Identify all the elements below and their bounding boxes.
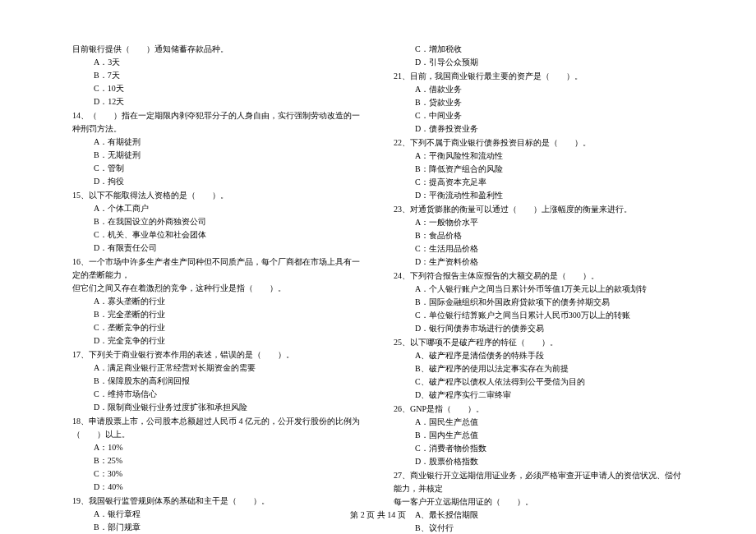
option: B：25% — [94, 454, 362, 467]
question-16: 16、一个市场中许多生产者生产同种但不同质产品，每个厂商都在市场上具有一定的垄断… — [72, 255, 362, 348]
option: C．管制 — [94, 162, 362, 175]
question-text: 19、我国银行监管规则体系的基础和主干是（ ）。 — [72, 495, 362, 508]
page-footer: 第 2 页 共 14 页 — [0, 509, 756, 522]
question-text: 17、下列关于商业银行资本作用的表述，错误的是（ ）。 — [72, 348, 362, 361]
option: C．机关、事业单位和社会团体 — [94, 228, 362, 242]
option: C．中间业务 — [415, 109, 684, 122]
option: B：食品价格 — [415, 229, 684, 242]
option: C．单位银行结算账户之间当日累计人民币300万以上的转账 — [415, 309, 684, 322]
option: D．引导公众预期 — [415, 56, 684, 69]
option: C：30% — [94, 467, 362, 481]
question-17: 17、下列关于商业银行资本作用的表述，错误的是（ ）。 A．满足商业银行正常经营… — [72, 348, 362, 414]
option: C：提高资本充足率 — [415, 176, 684, 189]
question-text: 27、商业银行开立远期信用证业务，必须严格审查开证申请人的资信状况、偿付能力，并… — [394, 469, 684, 495]
question-24: 24、下列符合报告主体应报告的大额交易的是（ ）。 A．个人银行账户之间当日累计… — [394, 269, 684, 335]
option: C．10天 — [94, 82, 362, 95]
option: A．3天 — [94, 56, 362, 69]
question-text: 25、以下哪项不是破产程序的特征（ ）。 — [394, 336, 684, 349]
question-15: 15、以下不能取得法人资格的是（ ）。 A．个体工商户 B．在我国设立的外商独资… — [72, 189, 362, 255]
question-text: 16、一个市场中许多生产者生产同种但不同质产品，每个厂商都在市场上具有一定的垄断… — [72, 255, 362, 282]
option: B．保障股东的高利润回报 — [94, 375, 362, 388]
option: D．限制商业银行业务过度扩张和承担风险 — [94, 401, 362, 414]
option: C、破产程序以债权人依法得到公平受偿为目的 — [415, 375, 684, 389]
option: D．银行间债券市场进行的债券交易 — [415, 322, 684, 335]
question-21: 21、目前，我国商业银行最主要的资产是（ ）。 A．借款业务 B．贷款业务 C．… — [394, 70, 684, 136]
option: D．股票价格指数 — [415, 455, 684, 468]
question-22: 22、下列不属于商业银行债券投资目标的是（ ）。 A：平衡风险性和流动性 B：降… — [394, 136, 684, 202]
question-27: 27、商业银行开立远期信用证业务，必须严格审查开证申请人的资信状况、偿付能力，并… — [394, 469, 684, 534]
option: D．完全竞争的行业 — [94, 334, 362, 348]
option: B．国际金融组织和外国政府贷款项下的债务掉期交易 — [415, 296, 684, 309]
option: D．有限责任公司 — [94, 242, 362, 255]
left-column: 目前银行提供（ ）通知储蓄存款品种。 A．3天 B．7天 C．10天 D．12天… — [72, 43, 362, 534]
pre-options: C．增加税收 D．引导公众预期 — [394, 43, 684, 69]
option: B．部门规章 — [94, 521, 362, 534]
option: B．7天 — [94, 69, 362, 82]
option: A．个人银行账户之间当日累计外币等值1万美元以上的款项划转 — [415, 283, 684, 296]
right-column: C．增加税收 D．引导公众预期 21、目前，我国商业银行最主要的资产是（ ）。 … — [394, 43, 684, 534]
option: A．满足商业银行正常经营对长期资金的需要 — [94, 361, 362, 375]
question-text: 22、下列不属于商业银行债券投资目标的是（ ）。 — [394, 136, 684, 150]
question-18: 18、申请股票上市，公司股本总额超过人民币 4 亿元的，公开发行股份的比例为（ … — [72, 415, 362, 494]
option: D：生产资料价格 — [415, 255, 684, 269]
option: A．个体工商户 — [94, 202, 362, 215]
option: B．国内生产总值 — [415, 429, 684, 442]
option: C．消费者物价指数 — [415, 442, 684, 455]
option: A．寡头垄断的行业 — [94, 295, 362, 308]
question-text: 23、对通货膨胀的衡量可以通过（ ）上涨幅度的衡量来进行。 — [394, 203, 684, 216]
option: D．债券投资业务 — [415, 122, 684, 136]
option: D．12天 — [94, 95, 362, 108]
option: A：10% — [94, 441, 362, 454]
option: B．完全垄断的行业 — [94, 308, 362, 321]
question-text: 14、（ ）指在一定期限内剥夺犯罪分子的人身自由，实行强制劳动改造的一种刑罚方法… — [72, 109, 362, 136]
question-26: 26、GNP是指（ ）。 A．国民生产总值 B．国内生产总值 C．消费者物价指数… — [394, 403, 684, 468]
option: D：平衡流动性和盈利性 — [415, 189, 684, 202]
option: D、破产程序实行二审终审 — [415, 389, 684, 402]
option: D：40% — [94, 481, 362, 494]
option: A：一般物价水平 — [415, 216, 684, 229]
option: D．拘役 — [94, 175, 362, 188]
option: B、破产程序的使用以法定事实存在为前提 — [415, 362, 684, 375]
question-text: 26、GNP是指（ ）。 — [394, 403, 684, 416]
option: B．无期徒刑 — [94, 149, 362, 162]
question-14: 14、（ ）指在一定期限内剥夺犯罪分子的人身自由，实行强制劳动改造的一种刑罚方法… — [72, 109, 362, 188]
option: B、议付行 — [415, 522, 684, 534]
question-text: 18、申请股票上市，公司股本总额超过人民币 4 亿元的，公开发行股份的比例为（ … — [72, 415, 362, 441]
pre-question: 目前银行提供（ ）通知储蓄存款品种。 A．3天 B．7天 C．10天 D．12天 — [72, 43, 362, 108]
option: C：生活用品价格 — [415, 242, 684, 255]
question-text: 21、目前，我国商业银行最主要的资产是（ ）。 — [394, 70, 684, 83]
question-23: 23、对通货膨胀的衡量可以通过（ ）上涨幅度的衡量来进行。 A：一般物价水平 B… — [394, 203, 684, 269]
option: A：平衡风险性和流动性 — [415, 150, 684, 163]
question-text: 24、下列符合报告主体应报告的大额交易的是（ ）。 — [394, 269, 684, 283]
option: A、破产程序是清偿债务的特殊手段 — [415, 349, 684, 362]
document-page: 目前银行提供（ ）通知储蓄存款品种。 A．3天 B．7天 C．10天 D．12天… — [0, 0, 756, 534]
option: A．有期徒刑 — [94, 136, 362, 149]
option: B：降低资产组合的风险 — [415, 163, 684, 176]
question-text: 目前银行提供（ ）通知储蓄存款品种。 — [72, 43, 362, 56]
option: B．在我国设立的外商独资公司 — [94, 215, 362, 228]
option: A．借款业务 — [415, 83, 684, 96]
question-text: 15、以下不能取得法人资格的是（ ）。 — [72, 189, 362, 202]
question-continuation: 但它们之间又存在着激烈的竞争，这种行业是指（ ）。 — [72, 282, 362, 295]
option: A．国民生产总值 — [415, 416, 684, 429]
question-continuation: 每一客户开立远期信用证的（ ）。 — [394, 495, 684, 509]
option: C．垄断竞争的行业 — [94, 321, 362, 334]
option: C．维持市场信心 — [94, 388, 362, 401]
option: B．贷款业务 — [415, 96, 684, 109]
option: C．增加税收 — [415, 43, 684, 56]
question-25: 25、以下哪项不是破产程序的特征（ ）。 A、破产程序是清偿债务的特殊手段 B、… — [394, 336, 684, 402]
